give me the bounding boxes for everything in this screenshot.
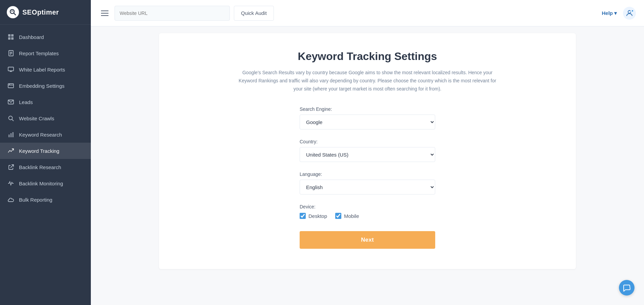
svg-point-16	[8, 116, 12, 120]
grid-icon	[7, 34, 14, 40]
sidebar-item-embedding-settings-label: Embedding Settings	[19, 83, 64, 89]
svg-point-25	[628, 11, 631, 13]
svg-rect-3	[8, 37, 11, 40]
file-text-icon	[7, 50, 14, 57]
sidebar: SEOptimer Dashboard	[0, 0, 91, 305]
country-label: Country:	[300, 139, 435, 144]
sidebar-item-keyword-tracking-label: Keyword Tracking	[19, 148, 59, 154]
settings-card: Keyword Tracking Settings Google's Searc…	[159, 33, 576, 269]
device-mobile-option[interactable]: Mobile	[335, 213, 359, 219]
user-avatar[interactable]	[623, 7, 636, 20]
sidebar-item-bulk-reporting[interactable]: Bulk Reporting	[0, 191, 91, 208]
sidebar-item-website-crawls[interactable]: Website Crawls	[0, 110, 91, 126]
svg-line-21	[11, 165, 14, 168]
logo-text: SEOptimer	[22, 8, 59, 16]
sidebar-item-backlink-research-label: Backlink Research	[19, 164, 61, 170]
svg-rect-19	[10, 133, 12, 137]
hamburger-button[interactable]	[99, 8, 110, 18]
sidebar-item-keyword-tracking[interactable]: Keyword Tracking	[0, 143, 91, 159]
device-mobile-checkbox[interactable]	[335, 213, 341, 219]
next-button[interactable]: Next	[300, 231, 435, 249]
logo-icon	[7, 6, 19, 18]
svg-rect-12	[8, 84, 14, 88]
language-group: Language: English Spanish French German …	[300, 171, 435, 195]
svg-rect-18	[8, 135, 10, 137]
mail-icon	[7, 99, 14, 105]
svg-line-17	[12, 119, 14, 121]
quick-audit-button[interactable]: Quick Audit	[234, 6, 274, 21]
language-label: Language:	[300, 171, 435, 177]
country-group: Country: United States (US) United Kingd…	[300, 139, 435, 162]
language-select[interactable]: English Spanish French German Portuguese	[300, 180, 435, 195]
page-subtitle: Google's Search Results vary by country …	[239, 69, 496, 93]
external-link-icon	[7, 164, 14, 170]
monitor-icon	[7, 66, 14, 73]
svg-rect-1	[8, 34, 11, 37]
help-chevron-icon: ▾	[614, 10, 617, 16]
device-mobile-label: Mobile	[344, 213, 359, 219]
topbar: Quick Audit Help ▾	[91, 0, 644, 26]
svg-rect-20	[12, 132, 14, 137]
help-button[interactable]: Help ▾	[602, 10, 617, 16]
search-icon	[7, 115, 14, 122]
sidebar-logo[interactable]: SEOptimer	[0, 0, 91, 25]
sidebar-item-dashboard-label: Dashboard	[19, 34, 44, 40]
chat-bubble-button[interactable]	[619, 280, 635, 296]
page-title: Keyword Tracking Settings	[179, 50, 556, 63]
topbar-right: Help ▾	[602, 7, 636, 20]
search-engine-label: Search Engine:	[300, 106, 435, 112]
search-engine-select[interactable]: Google Bing Yahoo	[300, 115, 435, 129]
device-options: Desktop Mobile	[300, 213, 435, 219]
device-label: Device:	[300, 204, 435, 209]
sidebar-item-website-crawls-label: Website Crawls	[19, 116, 54, 121]
sidebar-item-backlink-monitoring[interactable]: Backlink Monitoring	[0, 175, 91, 191]
sidebar-item-embedding-settings[interactable]: Embedding Settings	[0, 78, 91, 94]
svg-rect-2	[11, 34, 14, 37]
trending-up-icon	[7, 147, 14, 154]
sidebar-item-report-templates[interactable]: Report Templates	[0, 45, 91, 61]
embedding-icon	[7, 82, 14, 89]
sidebar-item-backlink-research[interactable]: Backlink Research	[0, 159, 91, 175]
help-label: Help	[602, 10, 613, 16]
sidebar-navigation: Dashboard Report Templates	[0, 25, 91, 305]
sidebar-item-white-label-reports-label: White Label Reports	[19, 67, 65, 73]
search-engine-group: Search Engine: Google Bing Yahoo	[300, 106, 435, 129]
sidebar-item-bulk-reporting-label: Bulk Reporting	[19, 197, 52, 203]
activity-icon	[7, 180, 14, 187]
sidebar-item-keyword-research[interactable]: Keyword Research	[0, 126, 91, 143]
device-desktop-label: Desktop	[308, 213, 327, 219]
svg-rect-4	[11, 37, 14, 40]
svg-rect-9	[8, 67, 14, 71]
sidebar-item-backlink-monitoring-label: Backlink Monitoring	[19, 181, 63, 186]
country-select[interactable]: United States (US) United Kingdom (UK) A…	[300, 147, 435, 162]
main-content: Keyword Tracking Settings Google's Searc…	[91, 26, 644, 305]
sidebar-item-dashboard[interactable]: Dashboard	[0, 29, 91, 45]
sidebar-item-leads[interactable]: Leads	[0, 94, 91, 110]
sidebar-item-white-label-reports[interactable]: White Label Reports	[0, 61, 91, 78]
sidebar-item-keyword-research-label: Keyword Research	[19, 132, 62, 138]
sidebar-item-report-templates-label: Report Templates	[19, 50, 59, 56]
sidebar-item-leads-label: Leads	[19, 99, 33, 105]
device-desktop-option[interactable]: Desktop	[300, 213, 327, 219]
cloud-icon	[7, 196, 14, 203]
bar-chart-icon	[7, 131, 14, 138]
device-desktop-checkbox[interactable]	[300, 213, 306, 219]
website-url-input[interactable]	[115, 6, 230, 21]
device-group: Device: Desktop Mobile	[300, 204, 435, 219]
